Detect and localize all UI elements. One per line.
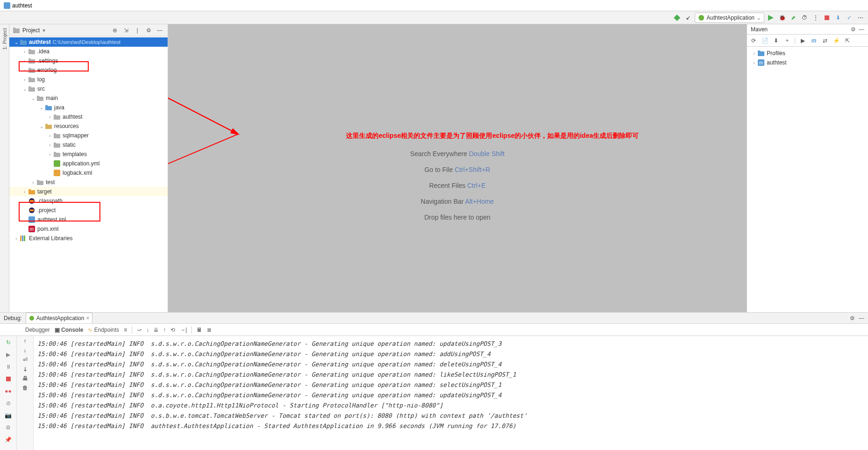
debugger-tab[interactable]: Debugger xyxy=(25,327,50,333)
git-commit-button[interactable]: ✓ xyxy=(845,13,854,22)
svg-marker-1 xyxy=(674,14,680,21)
stop-button[interactable] xyxy=(822,13,832,22)
tree-item-templates[interactable]: ›templates xyxy=(9,150,168,159)
left-gutter: 1: Project xyxy=(0,24,9,312)
hide-icon[interactable]: — xyxy=(155,26,164,35)
trace-icon[interactable]: ≣ xyxy=(207,327,212,333)
tree-item-errorlog[interactable]: ›errorlog xyxy=(9,65,168,75)
dots-button[interactable]: ⋮ xyxy=(811,13,820,22)
hide-icon[interactable]: — xyxy=(859,315,864,321)
folder-icon xyxy=(28,76,35,83)
folder-res-icon xyxy=(45,122,52,130)
expand-icon[interactable]: ⇲ xyxy=(122,26,130,35)
tree-item-target[interactable]: ›target xyxy=(9,187,168,196)
gutter-project-label[interactable]: 1: Project xyxy=(2,26,7,51)
wrap-icon[interactable]: ⏎ xyxy=(23,357,28,363)
run-button[interactable] xyxy=(766,13,776,22)
project-tree[interactable]: ⌄authtestC:\Users\wd\Desktop\authtest›.i… xyxy=(9,36,168,312)
rerun-icon[interactable]: ↻ xyxy=(4,338,13,347)
reload-icon[interactable]: ⟳ xyxy=(750,37,757,44)
drop-frame-icon[interactable]: ⟲ xyxy=(170,327,175,333)
tree-item-resources[interactable]: ⌄resources xyxy=(9,121,168,131)
target-icon[interactable]: ⊕ xyxy=(111,26,119,35)
m-icon[interactable]: m xyxy=(810,37,818,44)
resume-icon[interactable]: ▶ xyxy=(4,350,13,359)
tree-item-log[interactable]: ›log xyxy=(9,75,168,84)
pause-icon[interactable]: ⏸ xyxy=(4,362,13,371)
tree-item-sqlmapper[interactable]: ›sqlmapper xyxy=(9,131,168,140)
down-icon[interactable]: ↓ xyxy=(24,347,27,354)
breakpoints-icon[interactable]: ●● xyxy=(4,386,13,396)
collapse-icon[interactable]: ⇱ xyxy=(844,37,851,44)
settings-icon[interactable]: ⚙ xyxy=(4,423,13,432)
pin-icon[interactable]: 📌 xyxy=(4,435,13,444)
step-out-icon[interactable]: ↑ xyxy=(163,327,166,333)
evaluate-icon[interactable]: 🖩 xyxy=(197,327,202,333)
scroll-icon[interactable]: ⤓ xyxy=(23,366,28,372)
main-toolbar: ↙ AuthtestApplication ⌄ 🐞 ⬈ ⏱ ⋮ ⬇ ✓ ⋯ xyxy=(0,11,868,24)
clear-icon[interactable]: 🗑 xyxy=(22,385,28,391)
run-to-cursor-icon[interactable]: →| xyxy=(180,327,187,333)
print-icon[interactable]: 🖶 xyxy=(22,375,28,382)
build-icon[interactable] xyxy=(672,13,682,22)
close-icon[interactable]: × xyxy=(86,315,89,321)
dropdown-icon[interactable]: ▾ xyxy=(42,27,45,34)
force-step-icon[interactable]: ⇊ xyxy=(154,327,158,333)
camera-icon[interactable]: 📷 xyxy=(4,411,13,420)
stop-icon[interactable] xyxy=(4,374,13,384)
mute-icon[interactable]: ⊘ xyxy=(4,399,13,408)
console-tab[interactable]: ▣ Console xyxy=(55,327,84,333)
endpoints-tab[interactable]: ∿ Endpoints xyxy=(88,327,119,333)
tree-item-src[interactable]: ⌄src xyxy=(9,84,168,93)
download-icon[interactable]: ⬇ xyxy=(772,37,780,44)
maven-tree[interactable]: › Profiles › m authtest xyxy=(747,47,868,312)
coverage-button[interactable]: ⬈ xyxy=(789,13,798,22)
tree-item-pom-xml[interactable]: mpom.xml xyxy=(9,224,168,234)
maven-project-node[interactable]: › m authtest xyxy=(747,58,868,67)
editor-empty-area: 这里生成的eclipse相关的文件主要是为了照顾使用eclipse的小伙伴，如果… xyxy=(168,24,747,312)
tree-item-test[interactable]: ›test xyxy=(9,178,168,187)
folder-blue-icon xyxy=(45,104,52,111)
add-icon[interactable]: ＋ xyxy=(783,37,791,44)
maven-profiles-label: Profiles xyxy=(767,50,785,57)
step-over-icon[interactable]: ⤻ xyxy=(137,327,141,333)
svg-rect-6 xyxy=(54,170,60,176)
hint-recent-label: Recent Files xyxy=(429,182,466,189)
gear-icon[interactable]: ⚙ xyxy=(850,315,855,321)
run-config-selector[interactable]: AuthtestApplication ⌄ xyxy=(695,13,764,23)
gear-icon[interactable]: ⚙ xyxy=(144,26,153,35)
hide-icon[interactable]: — xyxy=(859,26,864,33)
tree-item-java[interactable]: ⌄java xyxy=(9,103,168,112)
debug-button[interactable]: 🐞 xyxy=(777,13,787,22)
step-into-icon[interactable]: ↓ xyxy=(146,327,149,333)
gear-icon[interactable]: ⚙ xyxy=(851,26,856,33)
run-maven-icon[interactable]: ▶ xyxy=(799,37,806,44)
generate-icon[interactable]: 📄 xyxy=(761,37,769,44)
more-button[interactable]: ⋯ xyxy=(856,13,865,22)
folder-icon xyxy=(53,113,61,121)
tree-item--project[interactable]: .project xyxy=(9,206,168,215)
tree-item-authtest[interactable]: ›authtest xyxy=(9,112,168,121)
sync-icon[interactable]: ↙ xyxy=(684,13,693,22)
tree-item-authtest-iml[interactable]: authtest.iml xyxy=(9,215,168,224)
lightning-icon[interactable]: ⚡ xyxy=(833,37,840,44)
tree-item-logback-xml[interactable]: logback.xml xyxy=(9,168,168,178)
git-update-button[interactable]: ⬇ xyxy=(833,13,843,22)
tree-item-application-yml[interactable]: application.yml xyxy=(9,159,168,168)
tree-item-External Libraries[interactable]: ›External Libraries xyxy=(9,234,168,243)
svg-marker-3 xyxy=(768,15,774,21)
lib-icon xyxy=(20,235,27,242)
toggle-icon[interactable]: ⇄ xyxy=(821,37,829,44)
console-output[interactable]: 15:00:46 [restartedMain] INFO s.d.s.w.r.… xyxy=(34,336,868,450)
threads-icon[interactable]: ≡ xyxy=(124,327,127,333)
up-icon[interactable]: ↑ xyxy=(24,338,27,344)
tree-item--settings[interactable]: ›.settings xyxy=(9,56,168,65)
profile-button[interactable]: ⏱ xyxy=(800,13,809,22)
tree-item-main[interactable]: ⌄main xyxy=(9,93,168,103)
tree-item--idea[interactable]: ›.idea xyxy=(9,47,168,56)
maven-profiles-node[interactable]: › Profiles xyxy=(747,49,868,58)
tree-item-static[interactable]: ›static xyxy=(9,140,168,150)
tree-root[interactable]: ⌄authtestC:\Users\wd\Desktop\authtest xyxy=(9,37,168,47)
tree-item--classpath[interactable]: .classpath xyxy=(9,196,168,206)
debug-run-config-tab[interactable]: AuthtestApplication × xyxy=(26,313,93,323)
